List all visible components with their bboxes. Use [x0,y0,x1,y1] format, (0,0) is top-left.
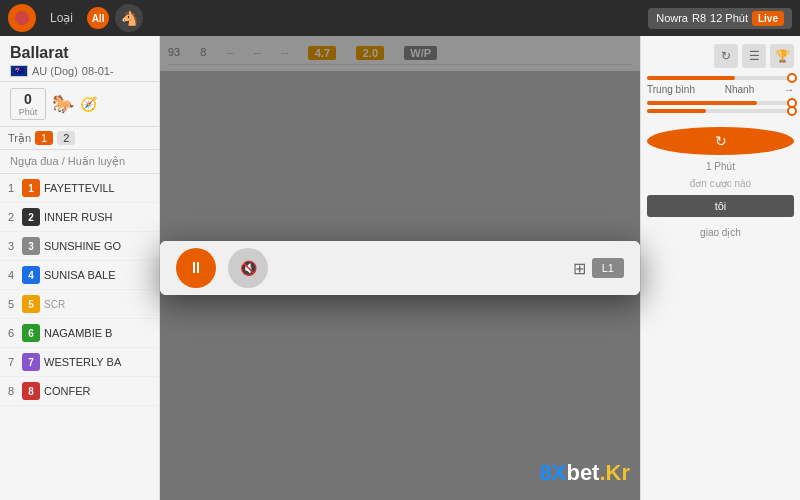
horse-silhouette-icon: 🐎 [52,93,74,115]
nav-all[interactable]: All [87,7,109,29]
runner-badge-4: 4 [22,266,40,284]
right-icons-row: ↻ ☰ 🏆 [647,44,794,68]
mute-icon: 🔇 [240,260,257,276]
runner-name-2: INNER RUSH [44,211,151,223]
timer-value: 0 [17,91,39,107]
race-nav-page-1[interactable]: 1 [35,131,53,145]
runner-badge-5: 5 [22,295,40,313]
nowra-badge[interactable]: Nowra R8 12 Phút Live [648,8,792,29]
menu-icon[interactable]: ☰ [742,44,766,68]
svg-point-0 [15,11,29,25]
runner-item-8[interactable]: 8 8 CONFER [0,377,159,406]
left-panel: Ballarat 🇦🇺 AU (Dog) 08-01- 0 Phút 🐎 🧭 T… [0,36,160,500]
slider-section: Trung bình Nhanh → [647,74,794,117]
runner-badge-6: 6 [22,324,40,342]
slider-label-trung-binh: Trung bình [647,84,695,95]
nowra-time: 12 Phút [710,12,748,24]
pause-icon: ⏸ [188,259,204,277]
slider-track-1[interactable] [647,76,794,80]
runner-item-3[interactable]: 3 3 SUNSHINE GO [0,232,159,261]
runner-num-5: 5 [8,298,18,310]
video-controls: ⏸ 🔇 ⊞ L1 [160,241,640,295]
dark-label: tôi [647,195,794,217]
refresh-btn[interactable]: ↻ [647,127,794,155]
runner-item-1[interactable]: 1 1 FAYETTEVILL [0,174,159,203]
slider-track-3[interactable] [647,109,794,113]
timer-section: 0 Phút 🐎 🧭 [0,82,159,127]
nav-logo[interactable] [8,4,36,32]
mute-button[interactable]: 🔇 [228,248,268,288]
runner-name-5: SCR [44,299,151,310]
runner-num-1: 1 [8,182,18,194]
horse-icon: 🐴 [115,4,143,32]
live-badge: Live [752,11,784,26]
nav-right-section: Nowra R8 12 Phút Live [648,8,792,29]
runner-num-4: 4 [8,269,18,281]
slider-track-2[interactable] [647,101,794,105]
slider-3[interactable] [647,109,794,113]
runner-badge-8: 8 [22,382,40,400]
location-date: 08-01- [82,65,114,77]
watermark-kr: .Kr [599,460,630,485]
slider-arrow: → [784,84,794,95]
runner-item-6[interactable]: 6 6 NAGAMBIE B [0,319,159,348]
timer-box: 0 Phút [10,88,46,120]
runner-name-7: WESTERLY BA [44,356,151,368]
center-area: 93 8 -- -- -- 4.7 2.0 W/P [160,36,640,500]
runner-num-2: 2 [8,211,18,223]
right-panel: ↻ ☰ 🏆 Trung bình Nhanh → [640,36,800,500]
slider-1[interactable] [647,76,794,80]
timer-unit: Phút [17,107,39,117]
runner-name-3: SUNSHINE GO [44,240,151,252]
slider-2[interactable] [647,101,794,105]
runner-item-4[interactable]: 4 4 SUNISA BALE [0,261,159,290]
runner-item-2[interactable]: 2 2 INNER RUSH [0,203,159,232]
nav-loai[interactable]: Loại [42,7,81,29]
nav-circle-icon: 🧭 [80,96,97,112]
watermark-bet: bet [566,460,599,485]
watermark: 8Xbet.Kr [540,460,631,486]
location-type: AU (Dog) [32,65,78,77]
video-overlay-wrapper: RT TOTAL 166053 SPR TOTAL 53475 FirsT LI… [160,36,640,500]
runner-name-4: SUNISA BALE [44,269,151,281]
runner-badge-3: 3 [22,237,40,255]
runner-name-1: FAYETTEVILL [44,182,151,194]
top-navigation: Loại All 🐴 Nowra R8 12 Phút Live [0,0,800,36]
main-layout: Ballarat 🇦🇺 AU (Dog) 08-01- 0 Phút 🐎 🧭 T… [0,36,800,500]
location-sub: 🇦🇺 AU (Dog) 08-01- [10,65,149,77]
watermark-x: X [552,460,567,485]
pause-button[interactable]: ⏸ [176,248,216,288]
au-flag: 🇦🇺 [10,65,28,77]
runner-badge-1: 1 [22,179,40,197]
runners-header: Ngựa đua / Huấn luyện [0,150,159,174]
slider-label-nhanh: Nhanh [725,84,754,95]
location-header: Ballarat 🇦🇺 AU (Dog) 08-01- [0,36,159,82]
slider-labels-2: Trung bình Nhanh → [647,84,794,95]
runner-name-8: CONFER [44,385,151,397]
runner-name-6: NAGAMBIE B [44,327,151,339]
race-nav-page-2[interactable]: 2 [57,131,75,145]
race-navigation: Trận 1 2 [0,127,159,150]
grid-view-icon[interactable]: ⊞ [573,259,586,278]
trophy-icon[interactable]: 🏆 [770,44,794,68]
runner-list: 1 1 FAYETTEVILL 2 2 INNER RUSH 3 3 SUNSH… [0,174,159,500]
runner-num-7: 7 [8,356,18,368]
refresh-icon[interactable]: ↻ [714,44,738,68]
video-popup: RT TOTAL 166053 SPR TOTAL 53475 FirsT LI… [160,241,640,295]
bet-info: đơn cược nào [647,178,794,189]
runner-item-5[interactable]: 5 5 SCR [0,290,159,319]
video-tabs: ⊞ L1 [573,258,624,278]
watermark-8x: 8 [540,460,552,485]
runner-num-8: 8 [8,385,18,397]
location-title: Ballarat [10,44,149,62]
runner-badge-7: 7 [22,353,40,371]
runner-item-7[interactable]: 7 7 WESTERLY BA [0,348,159,377]
nowra-race: R8 [692,12,706,24]
runner-badge-2: 2 [22,208,40,226]
time-label: 1 Phút [647,161,794,172]
race-nav-label: Trận [8,132,31,145]
runner-num-3: 3 [8,240,18,252]
transaction-label: giao dịch [647,227,794,238]
nowra-location: Nowra [656,12,688,24]
video-tab-l1[interactable]: L1 [592,258,624,278]
